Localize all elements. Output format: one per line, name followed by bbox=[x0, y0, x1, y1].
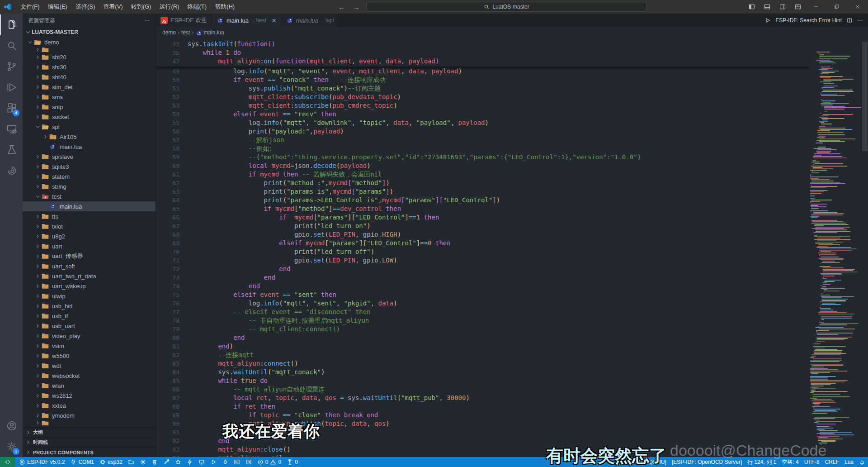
activity-source-control[interactable] bbox=[0, 56, 23, 77]
tree-item-clipped[interactable] bbox=[23, 420, 156, 425]
status-select-flash[interactable] bbox=[172, 457, 184, 467]
tree-item-usb_uart[interactable]: usb_uart bbox=[23, 321, 156, 331]
tab-main.lua...\test[interactable]: Lua main.lua...\test✕ bbox=[212, 14, 282, 27]
tree-item-usb_tf[interactable]: usb_tf bbox=[23, 311, 156, 321]
status-problems[interactable]: 0 0 bbox=[255, 457, 284, 467]
tree-item-demo[interactable]: demo bbox=[23, 37, 156, 47]
tree-item-file-main.lua[interactable]: Luamain.lua bbox=[23, 201, 156, 211]
tree-item-uart_soft[interactable]: uart_soft bbox=[23, 261, 156, 271]
tree-item-Air105[interactable]: Air105 bbox=[23, 132, 156, 142]
tree-item-sms[interactable]: sms bbox=[23, 92, 156, 102]
tree-item-sqlite3[interactable]: sqlite3 bbox=[23, 162, 156, 172]
status-language-mode[interactable]: Lua bbox=[842, 457, 856, 467]
status-full-clean[interactable] bbox=[149, 457, 160, 467]
explorer-more-actions-icon[interactable]: ⋯ bbox=[144, 17, 150, 24]
customize-layout-icon[interactable] bbox=[790, 0, 806, 14]
menu-查看[interactable]: 查看(V) bbox=[99, 0, 127, 14]
toggle-panel-icon[interactable] bbox=[760, 0, 775, 14]
tree-item-uart_传感器[interactable]: uart_传感器 bbox=[23, 251, 156, 261]
tab-ESP-IDF 欢迎[interactable]: ESP-IDF 欢迎 bbox=[156, 14, 212, 27]
tree-item-statem[interactable]: statem bbox=[23, 172, 156, 181]
esp-idf-hint-label[interactable]: ESP-IDF: Search Error Hint bbox=[775, 17, 842, 24]
menu-运行[interactable]: 运行(R) bbox=[155, 0, 183, 14]
more-actions-icon[interactable]: ⋯ bbox=[857, 17, 863, 24]
tree-item-spi[interactable]: spi bbox=[23, 122, 156, 132]
activity-accounts[interactable] bbox=[0, 415, 23, 436]
nav-forward-icon[interactable]: → bbox=[351, 3, 362, 11]
status-notifications[interactable] bbox=[856, 457, 868, 467]
scrollbar-thumb[interactable] bbox=[862, 42, 868, 151]
status-flash-device[interactable] bbox=[184, 457, 196, 467]
tree-item-xxtea[interactable]: xxtea bbox=[23, 400, 156, 410]
tree-item-u8g2[interactable]: u8g2 bbox=[23, 231, 156, 241]
editor-scrollbar[interactable] bbox=[862, 38, 868, 457]
activity-run-and-debug[interactable] bbox=[0, 77, 23, 98]
tree-item-string[interactable]: string bbox=[23, 181, 156, 191]
tree-item-uart_two_rt_data[interactable]: uart_two_rt_data bbox=[23, 271, 156, 281]
activity-manage[interactable]: 1 bbox=[0, 436, 23, 457]
tree-item-websocket[interactable]: websocket bbox=[23, 371, 156, 381]
tree-item-txiot[interactable]: txiot bbox=[23, 221, 156, 231]
menu-文件[interactable]: 文件(F) bbox=[16, 0, 44, 14]
tree-item-test[interactable]: test bbox=[23, 191, 156, 201]
toggle-sidebar-icon[interactable] bbox=[744, 0, 760, 14]
menu-编辑[interactable]: 编辑(E) bbox=[44, 0, 71, 14]
activity-extensions[interactable]: 4 bbox=[0, 98, 23, 119]
status-serial-port[interactable]: COM1 bbox=[67, 457, 97, 467]
tree-item-ymodem[interactable]: ymodem bbox=[23, 410, 156, 420]
tree-item-usb_hid[interactable]: usb_hid bbox=[23, 301, 156, 311]
tree-item-ws2812[interactable]: ws2812 bbox=[23, 391, 156, 400]
tree-item-sntp[interactable]: sntp bbox=[23, 102, 156, 112]
activity-testing[interactable] bbox=[0, 139, 23, 160]
activity-explorer[interactable] bbox=[0, 14, 23, 35]
tree-item-w5500[interactable]: w5500 bbox=[23, 351, 156, 361]
tree-item-ulwip[interactable]: ulwip bbox=[23, 291, 156, 301]
status-menuconfig[interactable] bbox=[137, 457, 149, 467]
status-debug[interactable] bbox=[208, 457, 219, 467]
tab-main.lua...\spi[interactable]: Lua main.lua...\spi bbox=[282, 14, 339, 27]
tab-close-icon[interactable]: ✕ bbox=[272, 17, 277, 24]
sidebar-section-大纲[interactable]: 大纲 bbox=[23, 427, 156, 437]
status-remote-indicator[interactable] bbox=[0, 457, 15, 467]
status-flash-method[interactable] bbox=[125, 457, 137, 467]
menu-终端[interactable]: 终端(T) bbox=[183, 0, 211, 14]
tree-item-uart_wakeup[interactable]: uart_wakeup bbox=[23, 281, 156, 291]
tree-item-vsim[interactable]: vsim bbox=[23, 341, 156, 351]
status-esp-idf-version[interactable]: ESP-IDF v5.0.2 bbox=[16, 457, 67, 467]
tree-item-socket[interactable]: socket bbox=[23, 112, 156, 122]
tree-item-spislave[interactable]: spislave bbox=[23, 152, 156, 162]
command-center-search[interactable]: LuatOS-master bbox=[366, 2, 646, 12]
tree-item-sht20[interactable]: sht20 bbox=[23, 52, 156, 62]
status-device-target[interactable]: esp32 bbox=[97, 457, 125, 467]
activity-esp-idf-explorer[interactable] bbox=[0, 160, 23, 181]
tree-item-sim_det[interactable]: sim_det bbox=[23, 82, 156, 92]
maximize-button[interactable] bbox=[826, 0, 847, 14]
tree-item-wlan[interactable]: wlan bbox=[23, 381, 156, 391]
tree-item-clipped[interactable] bbox=[23, 47, 156, 52]
tree-item-sht40[interactable]: sht40 bbox=[23, 72, 156, 82]
tree-item-tts[interactable]: tts bbox=[23, 211, 156, 221]
breadcrumb-item-demo[interactable]: demo bbox=[162, 29, 176, 36]
tree-item-wdt[interactable]: wdt bbox=[23, 361, 156, 371]
tree-item-uart[interactable]: uart bbox=[23, 241, 156, 251]
sidebar-section-PROJECT COMPONENTS[interactable]: PROJECT COMPONENTS bbox=[23, 447, 156, 457]
run-icon[interactable] bbox=[764, 17, 771, 24]
menu-帮助[interactable]: 帮助(H) bbox=[211, 0, 239, 14]
menu-选择[interactable]: 选择(S) bbox=[71, 0, 99, 14]
breadcrumb[interactable]: demo›test›Luamain.lua bbox=[156, 27, 868, 38]
tree-item-sht30[interactable]: sht30 bbox=[23, 62, 156, 72]
tree-item-video_play[interactable]: video_play bbox=[23, 331, 156, 341]
minimize-button[interactable] bbox=[806, 0, 826, 14]
breadcrumb-item-test[interactable]: test bbox=[181, 29, 190, 36]
activity-search[interactable] bbox=[0, 35, 23, 56]
toggle-secondary-sidebar-icon[interactable] bbox=[775, 0, 790, 14]
status-ports[interactable]: 0 bbox=[284, 457, 301, 467]
nav-back-icon[interactable]: ← bbox=[336, 3, 347, 11]
menu-转到[interactable]: 转到(G) bbox=[127, 0, 156, 14]
breadcrumb-item-main.lua[interactable]: main.lua bbox=[203, 29, 224, 36]
code-lines[interactable]: 49 log.info("mqtt", "event", event, mqtt… bbox=[156, 67, 809, 457]
workspace-root-row[interactable]: LUATOS-MASTER bbox=[23, 27, 156, 37]
close-button[interactable] bbox=[847, 0, 868, 14]
status-open-component[interactable] bbox=[243, 457, 255, 467]
status-build-project[interactable] bbox=[160, 457, 172, 467]
